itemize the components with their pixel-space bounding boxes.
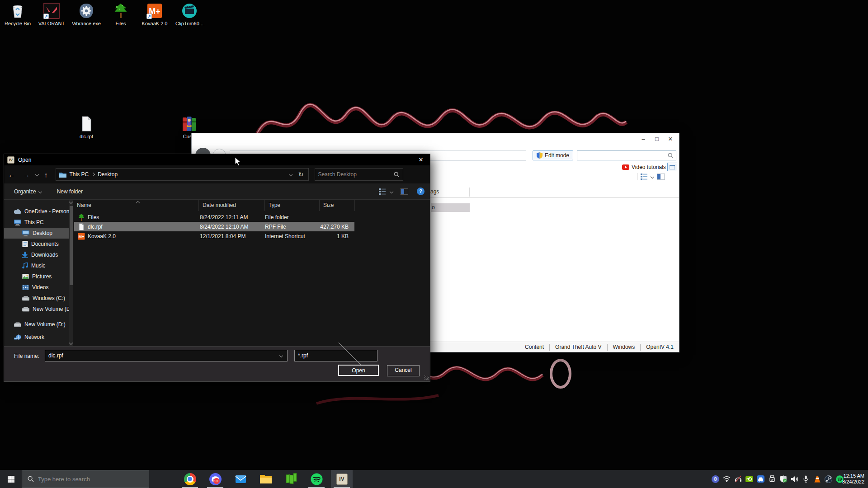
tray-vlc[interactable]	[811, 470, 823, 488]
close-button[interactable]: ✕	[664, 134, 677, 144]
chevron-down-icon[interactable]	[390, 189, 393, 193]
sidebar-item-new-volume-d-root[interactable]: New Volume (D:)	[4, 319, 73, 330]
desktop-icon-cliptrim[interactable]: ClipTrim60...	[172, 3, 207, 26]
breadcrumb-desktop[interactable]: Desktop	[94, 171, 121, 178]
desktop-icon	[22, 230, 29, 236]
details-view-icon[interactable]	[641, 174, 648, 180]
taskbar-app-green-tiles[interactable]	[280, 470, 302, 488]
tray-microphone[interactable]	[800, 470, 811, 488]
taskbar-app-discord[interactable]: 9+	[204, 470, 226, 488]
dialog-search-input[interactable]	[315, 171, 394, 178]
chevron-down-icon[interactable]	[651, 175, 654, 178]
tray-headset-muted[interactable]	[732, 470, 744, 488]
cancel-button[interactable]: Cancel	[387, 365, 420, 376]
video-tutorials-link[interactable]: Video tutorials	[622, 163, 666, 171]
desktop-icon-kovaak[interactable]: M+ ↗ KovaaK 2.0	[137, 3, 172, 26]
dialog-search-box[interactable]	[315, 168, 403, 181]
taskbar: 9+ IV ⚙	[0, 470, 868, 488]
scroll-up-icon[interactable]	[69, 200, 73, 204]
address-bar[interactable]: This PC Desktop ↻	[56, 168, 309, 181]
openiv-search-input[interactable]	[577, 152, 668, 159]
file-type-combo[interactable]: *.rpf	[294, 350, 377, 361]
tray-wifi[interactable]	[721, 470, 732, 488]
desktop-icon-files[interactable]: Files	[103, 3, 138, 26]
file-name-combo[interactable]	[45, 350, 288, 361]
tray-windows-security[interactable]	[778, 470, 789, 488]
taskbar-app-file-explorer[interactable]	[255, 470, 277, 488]
preview-pane-icon[interactable]	[657, 174, 665, 180]
scrollbar-thumb[interactable]	[70, 206, 73, 285]
refresh-icon[interactable]: ↻	[298, 171, 304, 178]
desktop-icon-dlc-rpf[interactable]: dlc.rpf	[69, 116, 104, 139]
address-dropdown-chevron-icon[interactable]	[289, 173, 292, 176]
sidebar-item-pictures[interactable]: Pictures	[4, 271, 73, 282]
dialog-title: Open	[18, 157, 31, 163]
breadcrumb-this-pc[interactable]: This PC	[66, 171, 92, 178]
tray-volume[interactable]	[789, 470, 800, 488]
tray-nvidia[interactable]	[744, 470, 755, 488]
sidebar-item-documents[interactable]: Documents	[4, 239, 73, 249]
tray-settings[interactable]: ⚙	[710, 470, 721, 488]
sidebar-item-windows-c[interactable]: Windows (C:)	[4, 293, 73, 304]
tray-steam[interactable]	[823, 470, 834, 488]
combo-chevron-icon[interactable]	[279, 354, 283, 357]
details-view-icon[interactable]	[379, 188, 386, 195]
column-header-name[interactable]: Name	[73, 200, 199, 211]
up-arrow-icon[interactable]: ↑	[40, 171, 52, 178]
resize-grip[interactable]	[424, 375, 429, 380]
tray-usb[interactable]	[766, 470, 778, 488]
sidebar-label: Desktop	[33, 230, 52, 236]
sidebar-item-network[interactable]: Network	[4, 332, 73, 343]
desktop-icon-vibrance[interactable]: Vibrance.exe	[69, 3, 104, 26]
sidebar-item-desktop[interactable]: Desktop	[4, 228, 73, 239]
organize-button[interactable]: Organize	[9, 186, 46, 197]
sidebar-item-videos[interactable]: Videos	[4, 282, 73, 293]
open-button[interactable]: Open	[338, 365, 379, 376]
preview-pane-icon[interactable]	[401, 188, 408, 195]
sidebar-label: Downloads	[31, 252, 58, 258]
sidebar-item-downloads[interactable]: Downloads	[4, 249, 73, 260]
column-label: Date modified	[203, 202, 236, 208]
file-row-dlc-rpf-selected[interactable]: dlc.rpf 8/24/2022 12:10 AM RPF File 427,…	[74, 222, 354, 231]
window-pane-button[interactable]	[667, 163, 677, 171]
sidebar-item-this-pc[interactable]: This PC	[4, 217, 73, 228]
column-header-date[interactable]: Date modified	[199, 200, 265, 211]
sidebar-item-onedrive[interactable]: OneDrive - Person	[4, 206, 73, 217]
taskbar-search-input[interactable]	[38, 476, 149, 483]
taskbar-app-chrome[interactable]	[179, 470, 201, 488]
back-arrow-icon[interactable]: ←	[4, 171, 19, 178]
sidebar-scrollbar[interactable]	[69, 200, 73, 346]
file-name-input[interactable]	[45, 352, 280, 359]
music-note-icon	[22, 263, 28, 269]
start-button[interactable]	[0, 470, 22, 488]
openiv-search-box[interactable]	[577, 150, 676, 160]
tray-car-app[interactable]	[755, 470, 766, 488]
sidebar-item-new-volume-d[interactable]: New Volume (D:	[4, 304, 73, 314]
file-name-label: File name:	[14, 353, 39, 359]
help-icon[interactable]: ?	[417, 188, 425, 195]
minimize-button[interactable]: –	[637, 134, 650, 144]
taskbar-app-spotify[interactable]	[306, 470, 327, 488]
dialog-title-bar[interactable]: IV Open ✕	[4, 154, 430, 165]
recent-locations-chevron-icon[interactable]	[35, 173, 39, 176]
openiv-selected-row[interactable]: o	[431, 203, 470, 212]
column-header-type[interactable]: Type	[265, 200, 320, 211]
column-header-size[interactable]: Size	[320, 200, 355, 211]
scroll-down-icon[interactable]	[69, 341, 73, 345]
maximize-button[interactable]: □	[650, 134, 664, 144]
dropdown-caret-icon	[38, 189, 42, 193]
taskbar-search-box[interactable]	[22, 470, 149, 488]
edit-mode-button[interactable]: Edit mode	[533, 150, 573, 160]
close-icon[interactable]: ✕	[412, 154, 430, 165]
desktop-icon-recycle-bin[interactable]: Recycle Bin	[0, 3, 35, 26]
new-folder-button[interactable]: New folder	[52, 186, 87, 197]
taskbar-clock[interactable]: 12:15 AM 8/24/2022	[842, 470, 864, 488]
sidebar-item-music[interactable]: Music	[4, 260, 73, 271]
forward-arrow-icon[interactable]: →	[19, 171, 34, 178]
taskbar-app-openiv[interactable]: IV	[331, 470, 353, 488]
desktop-icon-valorant[interactable]: ↗ VALORANT	[34, 3, 69, 26]
file-row-kovaak[interactable]: M+ KovaaK 2.0 12/1/2021 8:04 PM Internet…	[74, 231, 354, 241]
desktop-icon-label: dlc.rpf	[69, 134, 104, 139]
file-row-files[interactable]: Files 8/24/2022 12:11 AM File folder	[74, 212, 354, 222]
taskbar-app-mail[interactable]	[230, 470, 251, 488]
